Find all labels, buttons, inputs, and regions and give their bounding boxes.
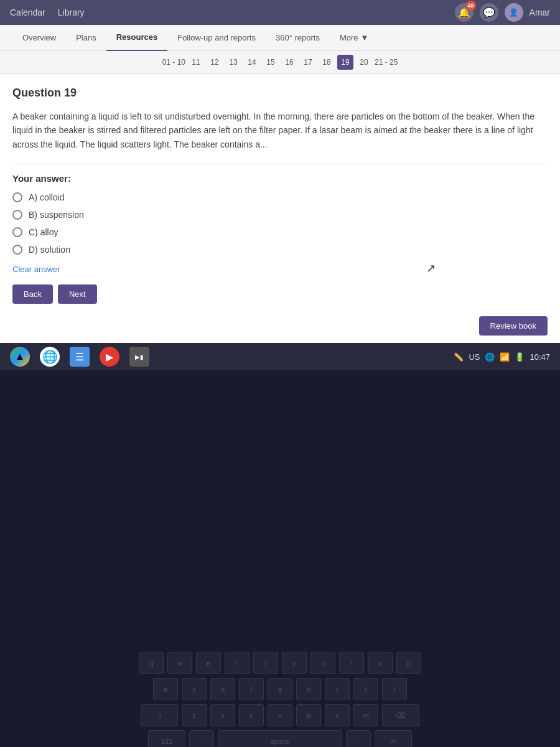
page-20[interactable]: 20 [356, 55, 372, 70]
page-19[interactable]: 19 [337, 55, 353, 70]
cursor-arrow: ↗ [426, 261, 436, 275]
option-c-text: C) alloy [29, 227, 58, 237]
network-icon: 🌐 [485, 352, 495, 362]
key-x[interactable]: x [210, 704, 235, 726]
key-return[interactable]: ↵ [375, 730, 412, 747]
files-icon: ☰ [75, 351, 84, 363]
question-title: Question 19 [12, 87, 548, 100]
nav-buttons: Back Next [12, 284, 548, 304]
key-a[interactable]: a [153, 678, 178, 700]
option-d-text: D) solution [29, 245, 70, 255]
tab-360-reports[interactable]: 360° reports [266, 25, 330, 51]
media-icon: ▶▮ [135, 354, 144, 360]
message-icon-btn[interactable]: 💬 [480, 3, 498, 22]
key-z[interactable]: z [182, 704, 207, 726]
page-18[interactable]: 18 [319, 55, 335, 70]
key-i[interactable]: i [339, 652, 364, 674]
taskbar-chrome-icon[interactable]: 🌐 [40, 347, 60, 367]
tab-followup[interactable]: Follow-up and reports [167, 25, 266, 51]
key-r[interactable]: r [225, 652, 250, 674]
page-21-25[interactable]: 21 - 25 [375, 55, 398, 70]
wifi-icon: 📶 [500, 352, 510, 362]
page-17[interactable]: 17 [300, 55, 316, 70]
page-12[interactable]: 12 [207, 55, 223, 70]
key-v[interactable]: v [268, 704, 292, 726]
key-q[interactable]: q [139, 652, 164, 674]
next-button[interactable]: Next [58, 284, 97, 304]
key-comma[interactable]: , [189, 730, 214, 747]
key-k[interactable]: k [353, 678, 378, 700]
radio-c[interactable] [12, 227, 22, 237]
page-01-10[interactable]: 01 - 10 [162, 55, 185, 70]
chevron-down-icon: ▼ [361, 33, 369, 42]
bottom-area: q w e r t y u i o p a s d f g h j k l [0, 370, 560, 747]
option-b[interactable]: B) suspension [12, 210, 548, 220]
radio-d[interactable] [12, 245, 22, 255]
key-backspace[interactable]: ⌫ [382, 704, 419, 726]
taskbar-play-icon[interactable]: ▶ [100, 347, 119, 367]
tab-overview[interactable]: Overview [12, 25, 66, 51]
taskbar: ▲ 🌐 ☰ ▶ ▶▮ ✏️ US 🌐 📶 🔋 10:47 [0, 343, 560, 370]
key-o[interactable]: o [368, 652, 393, 674]
drive-icon: ▲ [15, 351, 25, 362]
page-11[interactable]: 11 [188, 55, 204, 70]
tab-plans[interactable]: Plans [66, 25, 106, 51]
locale-label: US [469, 352, 480, 362]
key-f[interactable]: f [239, 678, 264, 700]
notification-bell[interactable]: 🔔 48 [455, 3, 474, 22]
clear-answer-link[interactable]: Clear answer [12, 265, 60, 274]
page-16[interactable]: 16 [281, 55, 297, 70]
top-bar-right: 🔔 48 💬 👤 Amar [455, 3, 550, 22]
radio-b[interactable] [12, 210, 22, 220]
user-name-label: Amar [530, 7, 550, 17]
option-a[interactable]: A) colloid [12, 192, 548, 202]
option-c[interactable]: C) alloy [12, 227, 548, 237]
back-button[interactable]: Back [12, 284, 53, 304]
key-e[interactable]: e [196, 652, 221, 674]
clock: 10:47 [530, 352, 550, 362]
main-content: Question 19 A beaker containing a liquid… [0, 74, 560, 316]
question-text: A beaker containing a liquid is left to … [12, 110, 548, 151]
review-button[interactable]: Review book [479, 316, 548, 336]
option-a-text: A) colloid [29, 192, 65, 202]
key-period[interactable]: . [346, 730, 371, 747]
key-d[interactable]: d [210, 678, 235, 700]
key-w[interactable]: w [167, 652, 192, 674]
key-y[interactable]: y [282, 652, 307, 674]
key-space[interactable]: space [218, 730, 342, 747]
radio-a[interactable] [12, 192, 22, 202]
page-14[interactable]: 14 [244, 55, 260, 70]
page-15[interactable]: 15 [263, 55, 279, 70]
key-m[interactable]: m [353, 704, 378, 726]
page-13[interactable]: 13 [225, 55, 241, 70]
play-icon: ▶ [106, 351, 113, 363]
key-l[interactable]: l [382, 678, 407, 700]
message-icon: 💬 [483, 7, 495, 19]
key-h[interactable]: h [296, 678, 321, 700]
option-d[interactable]: D) solution [12, 245, 548, 255]
key-u[interactable]: u [310, 652, 335, 674]
key-row-4: 123 , space . ↵ [12, 730, 548, 747]
key-g[interactable]: g [268, 678, 292, 700]
key-row-2: a s d f g h j k l [12, 678, 548, 700]
key-j[interactable]: j [325, 678, 350, 700]
nav-calendar[interactable]: Calendar [10, 7, 45, 17]
taskbar-drive-icon[interactable]: ▲ [10, 347, 30, 367]
key-c[interactable]: c [239, 704, 264, 726]
nav-library[interactable]: Library [58, 7, 85, 17]
key-shift[interactable]: ⇧ [141, 704, 178, 726]
taskbar-media-icon[interactable]: ▶▮ [129, 347, 149, 367]
key-b[interactable]: b [296, 704, 321, 726]
key-123[interactable]: 123 [148, 730, 185, 747]
notification-count: 48 [466, 1, 476, 11]
taskbar-files-icon[interactable]: ☰ [70, 347, 90, 367]
user-avatar[interactable]: 👤 [505, 3, 523, 22]
key-t[interactable]: t [253, 652, 278, 674]
avatar-icon: 👤 [509, 8, 518, 17]
key-s[interactable]: s [182, 678, 207, 700]
tab-more[interactable]: More ▼ [330, 25, 379, 51]
key-p[interactable]: p [396, 652, 421, 674]
battery-icon: 🔋 [515, 352, 525, 362]
tab-resources[interactable]: Resources [106, 25, 167, 51]
key-n[interactable]: n [325, 704, 350, 726]
